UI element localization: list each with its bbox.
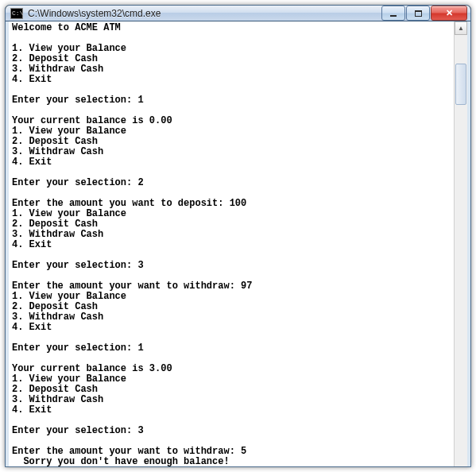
menu-item: 2. Deposit Cash (12, 53, 98, 64)
menu-item: 1. View your Balance (12, 208, 126, 219)
menu-item: 4. Exit (12, 322, 52, 333)
cmd-icon: C:\ (10, 8, 23, 19)
titlebar[interactable]: C:\ C:\Windows\system32\cmd.exe ✕ (6, 6, 470, 21)
chevron-up-icon: ▲ (458, 25, 464, 32)
prompt: Enter your selection: (12, 95, 132, 106)
scroll-track[interactable] (455, 35, 467, 467)
menu-item: 4. Exit (12, 404, 52, 416)
client-area: Welcome to ACME ATM 1. View your Balance… (6, 21, 470, 467)
balance-value: 3.00 (149, 363, 172, 374)
menu-item: 4. Exit (12, 74, 52, 85)
menu-item: 2. Deposit Cash (12, 384, 98, 395)
scroll-thumb[interactable] (455, 64, 466, 105)
prompt: Enter your selection: (12, 342, 132, 354)
window-controls: ✕ (381, 6, 467, 21)
user-input: 1 (137, 342, 143, 354)
user-input: 2 (137, 177, 143, 188)
deposit-prompt: Enter the amount you want to deposit: (12, 198, 223, 209)
prompt: Enter your selection: (12, 425, 132, 436)
menu-item: 3. Withdraw Cash (12, 311, 103, 323)
balance-prefix: Your current balance is (12, 115, 144, 126)
menu-item: 1. View your Balance (12, 291, 126, 302)
cmd-window: C:\ C:\Windows\system32\cmd.exe ✕ Welcom… (5, 5, 471, 467)
user-input: 100 (230, 198, 247, 209)
menu-item: 3. Withdraw Cash (12, 146, 103, 157)
withdraw-prompt: Enter the amount your want to withdraw: (12, 446, 235, 457)
maximize-icon (415, 10, 422, 17)
minimize-icon (390, 15, 397, 17)
menu-item: 1. View your Balance (12, 126, 126, 137)
withdraw-prompt: Enter the amount your want to withdraw: (12, 280, 235, 292)
maximize-button[interactable] (406, 6, 430, 21)
menu-item: 4. Exit (12, 157, 52, 168)
console-output[interactable]: Welcome to ACME ATM 1. View your Balance… (9, 21, 454, 467)
scroll-up-button[interactable]: ▲ (455, 21, 467, 35)
menu-item: 3. Withdraw Cash (12, 394, 103, 405)
menu-item: 1. View your Balance (12, 43, 126, 54)
menu-item: 4. Exit (12, 239, 52, 250)
user-input: 97 (241, 280, 252, 292)
menu-item: 1. View your Balance (12, 373, 126, 385)
prompt: Enter your selection: (12, 260, 132, 271)
vertical-scrollbar[interactable]: ▲ ▼ (454, 21, 467, 467)
minimize-button[interactable] (381, 6, 405, 21)
menu-item: 1. View your Balance (12, 466, 126, 467)
close-button[interactable]: ✕ (431, 6, 467, 21)
prompt: Enter your selection: (12, 177, 132, 188)
balance-prefix: Your current balance is (12, 363, 144, 374)
close-icon: ✕ (446, 8, 453, 18)
user-input: 3 (137, 260, 143, 271)
user-input: 3 (137, 425, 143, 436)
user-input: 5 (241, 446, 246, 457)
window-title: C:\Windows\system32\cmd.exe (28, 8, 381, 19)
menu-item: 2. Deposit Cash (12, 219, 98, 230)
menu-item: 3. Withdraw Cash (12, 229, 103, 240)
insufficient-msg: Sorry you don't have enough balance! (12, 456, 230, 467)
menu-item: 2. Deposit Cash (12, 301, 98, 312)
user-input: 1 (137, 95, 143, 106)
menu-item: 2. Deposit Cash (12, 136, 98, 147)
welcome-line: Welcome to ACME ATM (12, 22, 121, 33)
menu-item: 3. Withdraw Cash (12, 64, 103, 75)
balance-value: 0.00 (149, 115, 172, 126)
